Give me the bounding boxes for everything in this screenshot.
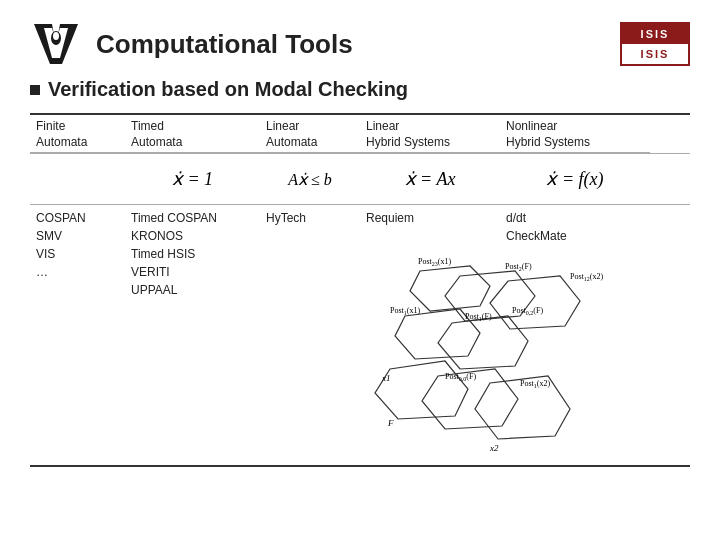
comparison-table: Finite Automata Timed Automata Linear Au…	[30, 113, 690, 467]
label-x1: x1	[381, 373, 391, 383]
col-header-3: Linear Hybrid Systems	[360, 115, 500, 153]
svg-marker-10	[375, 361, 468, 419]
header: Computational Tools ISIS ISIS	[30, 18, 690, 70]
svg-point-4	[53, 32, 59, 40]
label-post02F: Post0,2(F)	[512, 306, 543, 316]
isis-logo-bottom: ISIS	[622, 44, 688, 64]
formula-text-2: Aẋ ≤ b	[288, 170, 332, 189]
table-header-row: Finite Automata Timed Automata Linear Au…	[30, 115, 690, 154]
col-header-1: Timed Automata	[125, 115, 260, 153]
formula-text-1: ẋ = 1	[172, 168, 213, 190]
tools-col-2: HyTech	[260, 205, 360, 231]
bullet-icon	[30, 85, 40, 95]
label-post1x1: Post1(x1)	[390, 306, 420, 316]
label-post1x2: Post1(x2)	[520, 379, 550, 389]
isis-text-top: ISIS	[641, 28, 670, 40]
label-post23x1: Post23(x1)	[418, 257, 451, 267]
header-left: Computational Tools	[30, 18, 353, 70]
vanderbilt-logo	[30, 18, 82, 70]
col-header-4: Nonlinear Hybrid Systems	[500, 115, 650, 153]
label-x2: x2	[489, 443, 499, 453]
page-title: Computational Tools	[96, 29, 353, 60]
tools-col-3-4: Requiem d/dt CheckMate	[360, 205, 650, 465]
svg-marker-9	[438, 316, 528, 369]
label-F: F	[387, 418, 394, 428]
isis-text-bottom: ISIS	[641, 48, 670, 60]
tools-col-0: COSPAN SMV VIS …	[30, 205, 125, 285]
svg-marker-7	[490, 276, 580, 329]
label-post2F: Post2(F)	[505, 262, 532, 272]
formula-4: ẋ = f(x)	[500, 154, 650, 204]
isis-logo: ISIS ISIS	[620, 22, 690, 66]
tools-col-3: Requiem	[360, 205, 500, 249]
formula-text-4: ẋ = f(x)	[546, 168, 603, 190]
tools-col-4: d/dt CheckMate	[500, 205, 650, 249]
label-post12x2: Post12(x2)	[570, 272, 603, 282]
reachability-diagram: Post23(x1) Post2(F) Post12(x2) Post0,2(F…	[360, 251, 650, 461]
formula-row: ẋ = 1 Aẋ ≤ b ẋ = Ax ẋ = f(x)	[30, 154, 690, 205]
formula-text-3: ẋ = Ax	[405, 168, 456, 190]
formula-1: ẋ = 1	[125, 154, 260, 204]
col-header-2: Linear Automata	[260, 115, 360, 153]
section-heading-text: Verification based on Modal Checking	[48, 78, 408, 101]
tools-col-1: Timed COSPAN KRONOS Timed HSIS VERITI UP…	[125, 205, 260, 303]
col-header-0: Finite Automata	[30, 115, 125, 153]
isis-logo-top: ISIS	[622, 24, 688, 44]
tools-row: COSPAN SMV VIS … Timed COSPAN KRONOS Tim…	[30, 205, 690, 465]
formula-0	[30, 154, 125, 204]
diagram-container: Post23(x1) Post2(F) Post12(x2) Post0,2(F…	[360, 251, 650, 465]
formula-2: Aẋ ≤ b	[260, 154, 360, 204]
page: Computational Tools ISIS ISIS Verificati…	[0, 0, 720, 540]
section-heading: Verification based on Modal Checking	[30, 78, 690, 101]
formula-3: ẋ = Ax	[360, 154, 500, 204]
label-post1F: Post1(F)	[465, 312, 492, 322]
